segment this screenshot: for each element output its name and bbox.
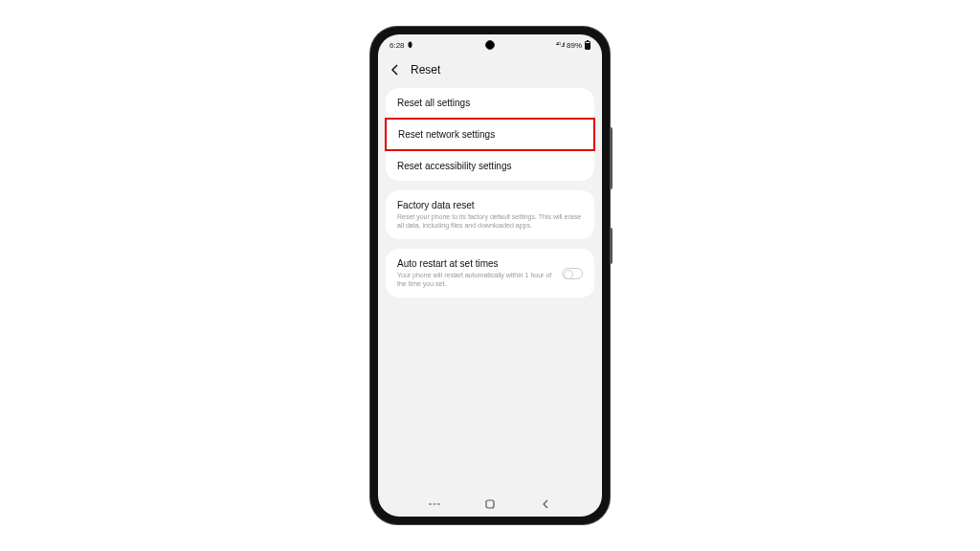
page-title: Reset xyxy=(411,63,440,77)
factory-reset-card: Factory data reset Reset your phone to i… xyxy=(386,190,594,239)
signal-icon: ⁴ᴳ ..ıl xyxy=(556,41,564,49)
content: Reset all settings Reset network setting… xyxy=(378,84,602,492)
battery-icon xyxy=(585,41,590,50)
auto-restart-title: Auto restart at set times xyxy=(397,258,554,269)
auto-restart-card: Auto restart at set times Your phone wil… xyxy=(386,249,594,298)
reset-network-settings[interactable]: Reset network settings xyxy=(385,118,595,151)
auto-restart-desc: Your phone will restart automatically wi… xyxy=(397,271,554,288)
status-time: 6:28 xyxy=(390,41,405,50)
header: Reset xyxy=(378,55,602,84)
screen: 6:28 ⬮ ⁴ᴳ ..ıl 89% Reset Reset all setti… xyxy=(378,34,602,517)
nav-bar xyxy=(378,492,602,517)
factory-data-reset[interactable]: Factory data reset Reset your phone to i… xyxy=(386,190,594,239)
recording-icon: ⬮ xyxy=(408,40,412,50)
reset-options-card: Reset all settings Reset network setting… xyxy=(386,88,594,181)
home-button[interactable] xyxy=(483,497,497,511)
back-button[interactable] xyxy=(390,64,401,76)
power-button xyxy=(610,228,612,264)
recent-apps-button[interactable] xyxy=(428,497,441,511)
factory-reset-desc: Reset your phone to its factory default … xyxy=(397,212,583,230)
back-nav-button[interactable] xyxy=(539,497,552,511)
phone-frame: 6:28 ⬮ ⁴ᴳ ..ıl 89% Reset Reset all setti… xyxy=(370,27,610,524)
auto-restart-toggle[interactable] xyxy=(562,268,583,279)
reset-all-settings[interactable]: Reset all settings xyxy=(386,88,594,118)
factory-reset-title: Factory data reset xyxy=(397,200,583,210)
svg-rect-3 xyxy=(486,500,494,508)
volume-button xyxy=(610,127,612,189)
camera-notch xyxy=(485,40,495,50)
battery-percent: 89% xyxy=(567,41,582,50)
reset-accessibility-settings[interactable]: Reset accessibility settings xyxy=(386,151,594,181)
auto-restart-item[interactable]: Auto restart at set times Your phone wil… xyxy=(386,249,594,298)
